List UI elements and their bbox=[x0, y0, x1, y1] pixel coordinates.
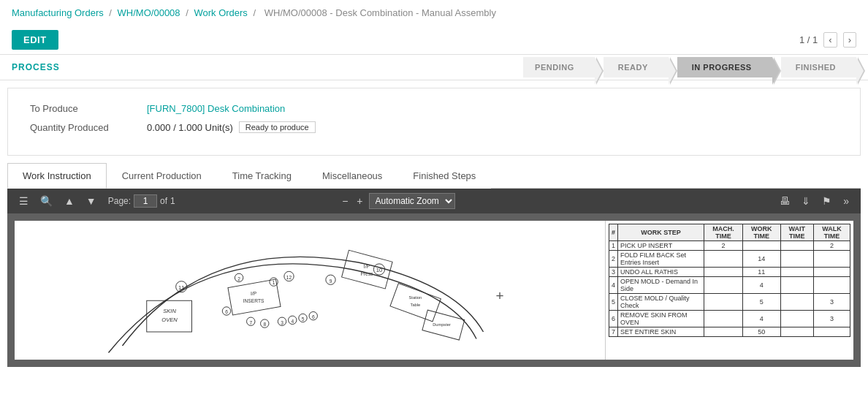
table-cell: 4 bbox=[742, 277, 780, 294]
breadcrumb-mo-number[interactable]: WH/MO/00008 bbox=[118, 7, 180, 18]
table-cell bbox=[742, 241, 780, 251]
svg-text:SKIN: SKIN bbox=[163, 308, 176, 314]
svg-text:1: 1 bbox=[273, 280, 275, 285]
table-cell bbox=[780, 327, 814, 337]
table-cell bbox=[814, 251, 850, 268]
breadcrumb-manufacturing-orders[interactable]: Manufacturing Orders bbox=[12, 7, 104, 18]
table-row: 2FOLD FILM BACK Set Entries Insert14 bbox=[609, 251, 850, 268]
pdf-page-of: of bbox=[160, 196, 167, 206]
table-row: 6REMOVE SKIN FROM OVEN43 bbox=[609, 311, 850, 327]
table-cell bbox=[704, 327, 743, 337]
quantity-label: Quantity Produced bbox=[30, 122, 147, 133]
table-cell: 3 bbox=[609, 268, 618, 277]
svg-text:6: 6 bbox=[225, 309, 228, 314]
table-row: 4OPEN MOLD - Demand In Side4 bbox=[609, 277, 850, 294]
breadcrumb: Manufacturing Orders / WH/MO/00008 / Wor… bbox=[0, 0, 868, 26]
table-row: 5CLOSE MOLD / Quality Check53 bbox=[609, 294, 850, 311]
pagination-prev-button[interactable]: ‹ bbox=[823, 32, 837, 48]
svg-text:Dumpster: Dumpster bbox=[433, 322, 451, 327]
table-cell: UNDO ALL RATHIS bbox=[618, 268, 704, 277]
col-header-wait-time: WAIT TIME bbox=[780, 224, 814, 241]
process-label: PROCESS bbox=[12, 55, 60, 80]
pdf-bookmark-button[interactable]: ⚑ bbox=[819, 194, 834, 208]
quantity-value: 0.000 / 1.000 Unit(s) bbox=[147, 122, 233, 133]
pdf-more-button[interactable]: » bbox=[840, 194, 852, 208]
table-cell bbox=[814, 327, 850, 337]
to-produce-label: To Produce bbox=[30, 103, 147, 114]
table-cell: 2 bbox=[609, 251, 618, 268]
table-cell: 1 bbox=[609, 241, 618, 251]
pdf-page: SKIN OVEN I/P INSERTS I/P Press Station … bbox=[15, 221, 853, 360]
pdf-toolbar: ☰ 🔍 ▲ ▼ Page: of 1 − + Automatic Zoom 50… bbox=[7, 189, 861, 213]
pdf-sidebar-toggle[interactable]: ☰ bbox=[16, 194, 31, 208]
pdf-right-tools: 🖶 ⇓ ⚑ » bbox=[777, 194, 852, 208]
tab-work-instruction[interactable]: Work Instruction bbox=[7, 163, 107, 189]
table-cell: 4 bbox=[609, 277, 618, 294]
svg-text:Station: Station bbox=[409, 295, 422, 300]
col-header-work-step: WORK STEP bbox=[618, 224, 704, 241]
tab-miscellaneous[interactable]: Miscellaneous bbox=[307, 163, 397, 189]
table-cell bbox=[814, 277, 850, 294]
tab-finished-steps[interactable]: Finished Steps bbox=[397, 163, 491, 189]
status-ready[interactable]: READY bbox=[604, 57, 669, 77]
pagination-next-button[interactable]: › bbox=[843, 32, 856, 48]
pdf-prev-page-button[interactable]: ▲ bbox=[61, 194, 77, 208]
svg-text:4: 4 bbox=[291, 319, 294, 324]
work-steps-table-area: # WORK STEP MACH. TIME WORK TIME WAIT TI… bbox=[605, 221, 853, 360]
pdf-zoom-out-button[interactable]: − bbox=[339, 194, 351, 208]
table-cell: OPEN MOLD - Demand In Side bbox=[618, 277, 704, 294]
table-cell bbox=[780, 241, 814, 251]
tab-time-tracking[interactable]: Time Tracking bbox=[217, 163, 307, 189]
to-produce-row: To Produce [FURN_7800] Desk Combination bbox=[30, 103, 838, 114]
edit-button[interactable]: EDIT bbox=[12, 30, 58, 50]
col-header-num: # bbox=[609, 224, 618, 241]
table-cell bbox=[704, 251, 743, 268]
status-in-progress[interactable]: IN PROGRESS bbox=[677, 57, 772, 77]
table-row: 1PICK UP INSERT22 bbox=[609, 241, 850, 251]
table-cell: 14 bbox=[742, 251, 780, 268]
pdf-page-input[interactable] bbox=[134, 194, 157, 208]
status-pending[interactable]: PENDING bbox=[523, 57, 595, 77]
table-cell bbox=[704, 277, 743, 294]
sketch-area: SKIN OVEN I/P INSERTS I/P Press Station … bbox=[15, 221, 605, 360]
table-cell: 3 bbox=[814, 311, 850, 327]
table-row: 3UNDO ALL RATHIS11 bbox=[609, 268, 850, 277]
svg-text:+: + bbox=[496, 288, 504, 303]
tabs-container: Work Instruction Current Production Time… bbox=[7, 163, 861, 189]
pdf-zoom-controls: − + Automatic Zoom 50% 75% 100% 125% 150… bbox=[339, 193, 454, 209]
table-row: 7SET ENTIRE SKIN50 bbox=[609, 327, 850, 337]
table-cell bbox=[704, 311, 743, 327]
table-cell: FOLD FILM BACK Set Entries Insert bbox=[618, 251, 704, 268]
pdf-zoom-in-button[interactable]: + bbox=[354, 194, 365, 208]
pdf-page-total: 1 bbox=[170, 196, 175, 206]
breadcrumb-work-orders[interactable]: Work Orders bbox=[194, 7, 247, 18]
svg-text:6: 6 bbox=[312, 314, 315, 319]
process-nav: PROCESS PENDING READY IN PROGRESS FINISH… bbox=[0, 55, 868, 80]
table-cell bbox=[780, 294, 814, 311]
table-cell bbox=[780, 311, 814, 327]
ready-badge[interactable]: Ready to produce bbox=[239, 121, 316, 133]
pdf-download-button[interactable]: ⇓ bbox=[799, 194, 813, 208]
table-cell bbox=[780, 268, 814, 277]
table-cell: 5 bbox=[609, 294, 618, 311]
status-finished[interactable]: FINISHED bbox=[781, 57, 856, 77]
table-cell: 2 bbox=[704, 241, 743, 251]
pdf-print-button[interactable]: 🖶 bbox=[777, 194, 793, 208]
header-bar: EDIT 1 / 1 ‹ › bbox=[0, 26, 868, 55]
pdf-next-page-button[interactable]: ▼ bbox=[83, 194, 99, 208]
table-cell bbox=[704, 268, 743, 277]
pdf-zoom-select[interactable]: Automatic Zoom 50% 75% 100% 125% 150% bbox=[369, 193, 455, 209]
svg-text:Press: Press bbox=[360, 271, 373, 276]
pdf-search-button[interactable]: 🔍 bbox=[37, 194, 56, 208]
svg-text:I/P: I/P bbox=[251, 291, 257, 296]
tab-current-production[interactable]: Current Production bbox=[107, 163, 217, 189]
svg-rect-0 bbox=[67, 221, 553, 360]
svg-text:Table: Table bbox=[411, 303, 421, 307]
pagination-label: 1 / 1 bbox=[799, 34, 818, 45]
table-cell: 4 bbox=[742, 311, 780, 327]
breadcrumb-current-page: WH/MO/00008 - Desk Combination - Manual … bbox=[264, 7, 496, 18]
to-produce-link[interactable]: [FURN_7800] Desk Combination bbox=[147, 103, 285, 114]
table-cell: 2 bbox=[814, 241, 850, 251]
status-pipeline: PENDING READY IN PROGRESS FINISHED bbox=[523, 57, 856, 77]
svg-text:I/P: I/P bbox=[364, 264, 370, 269]
